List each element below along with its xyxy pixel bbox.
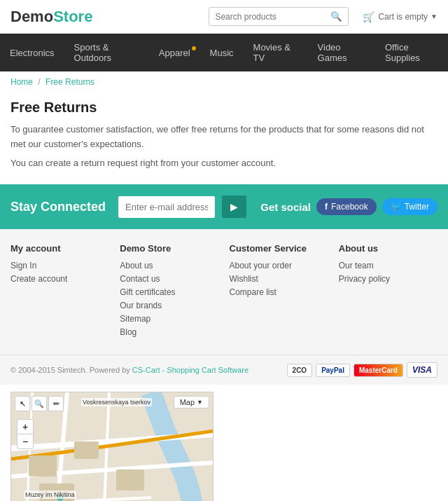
- map-toolbar: ↖ 🔍 ✏: [15, 396, 64, 411]
- map-label-text: Map: [180, 398, 195, 406]
- twitter-label: Twitter: [405, 202, 429, 212]
- search-bar: 🔍: [209, 7, 349, 26]
- cart-icon: 🛒: [363, 11, 374, 22]
- footer-link-about-order[interactable]: About your order: [230, 261, 328, 270]
- bottom-footer: © 2004-2015 Simtech. Powered by CS-Cart …: [0, 355, 448, 385]
- payment-badge-paypal: PayPal: [316, 364, 350, 377]
- map-label-button[interactable]: Map ▼: [174, 396, 209, 409]
- footer-col-customer-service-heading: Customer Service: [230, 243, 328, 254]
- nav-item-apparel[interactable]: Apparel: [149, 39, 200, 67]
- footer-link-about-us[interactable]: About us: [120, 261, 218, 270]
- search-icon: 🔍: [330, 11, 342, 22]
- footer-col-demo-store: Demo Store About us Contact us Gift cert…: [120, 243, 218, 341]
- cart-area[interactable]: 🛒 Cart is empty ▼: [363, 11, 438, 22]
- footer-col-customer-service: Customer Service About your order Wishli…: [230, 243, 328, 341]
- footer-link-our-team[interactable]: Our team: [339, 261, 438, 270]
- nav-item-office-supplies[interactable]: Office Supplies: [375, 34, 448, 71]
- search-button[interactable]: 🔍: [325, 8, 348, 25]
- newsletter-email-input[interactable]: [118, 196, 215, 218]
- map-tool-zoom-in-tool[interactable]: 🔍: [31, 396, 47, 411]
- logo[interactable]: Demo Store: [10, 8, 92, 26]
- main-content: Free Returns To guarantee customer satis…: [0, 92, 448, 184]
- page-title: Free Returns: [10, 99, 438, 116]
- newsletter-submit-button[interactable]: ▶: [222, 195, 246, 218]
- nav-item-movies[interactable]: Movies & TV: [244, 34, 308, 71]
- breadcrumb: Home / Free Returns: [0, 71, 448, 92]
- footer-link-compare-list[interactable]: Compare list: [230, 287, 328, 297]
- newsletter-section: Stay Connected ▶ Get social f Facebook 🐦…: [0, 184, 448, 229]
- search-input[interactable]: [209, 8, 325, 25]
- cart-dropdown-icon: ▼: [430, 13, 438, 20]
- footer-columns: My account Sign In Create account Demo S…: [0, 229, 448, 355]
- svg-rect-7: [29, 455, 57, 476]
- footer-col-my-account: My account Sign In Create account: [10, 243, 109, 341]
- map-zoom-controls: + −: [17, 419, 34, 449]
- footer-link-privacy-policy[interactable]: Privacy policy: [339, 274, 438, 284]
- nav-item-electronics[interactable]: Electronics: [0, 39, 64, 67]
- map-dropdown-icon: ▼: [197, 399, 203, 406]
- payment-badge-mastercard: MasterCard: [354, 364, 403, 377]
- nav-item-video-games[interactable]: Video Games: [308, 34, 375, 71]
- footer-col-about-us: About us Our team Privacy policy: [339, 243, 438, 341]
- map-zoom-in-button[interactable]: +: [18, 420, 33, 434]
- breadcrumb-current: Free Returns: [46, 77, 94, 87]
- logo-store: Store: [53, 8, 92, 26]
- footer-link-sign-in[interactable]: Sign In: [10, 261, 109, 270]
- map-wrapper: ↖ 🔍 ✏ Map ▼ + − Voskresenskaya tserkov M…: [0, 385, 448, 501]
- get-social-label: Get social: [260, 201, 311, 213]
- facebook-label: Facebook: [331, 202, 368, 212]
- page-body-line2: You can create a return request right fr…: [10, 156, 438, 171]
- footer-link-gift-certificates[interactable]: Gift certificates: [120, 287, 218, 297]
- cart-label: Cart is empty: [378, 12, 428, 22]
- nav-item-sports[interactable]: Sports & Outdoors: [64, 34, 149, 71]
- apparel-dot-icon: [192, 46, 196, 50]
- nav-item-music[interactable]: Music: [200, 39, 244, 67]
- footer-link-create-account[interactable]: Create account: [10, 274, 109, 284]
- map-container: ↖ 🔍 ✏ Map ▼ + − Voskresenskaya tserkov M…: [10, 392, 214, 501]
- facebook-icon: f: [325, 202, 328, 212]
- map-tool-draw[interactable]: ✏: [48, 396, 64, 411]
- map-place-muzey: Muzey im Nikitina: [24, 490, 76, 499]
- footer-link-contact-us[interactable]: Contact us: [120, 274, 218, 284]
- footer-col-demo-store-heading: Demo Store: [120, 243, 218, 254]
- page-body-line1: To guarantee customer satisfaction, we o…: [10, 123, 438, 152]
- payment-badge-2co: 2CO: [287, 364, 313, 377]
- map-zoom-out-button[interactable]: −: [18, 434, 33, 448]
- footer-col-my-account-heading: My account: [10, 243, 109, 254]
- footer-link-wishlist[interactable]: Wishlist: [230, 274, 328, 284]
- svg-rect-9: [116, 469, 144, 490]
- copyright-text: © 2004-2015 Simtech.: [10, 366, 88, 374]
- twitter-button[interactable]: 🐦 Twitter: [382, 198, 438, 215]
- footer-link-blog[interactable]: Blog: [120, 327, 218, 337]
- powered-by-text: Powered by: [90, 366, 132, 374]
- map-tool-cursor[interactable]: ↖: [15, 396, 30, 411]
- map-place-voskresenskaya: Voskresenskaya tserkov: [81, 398, 152, 406]
- payment-badge-visa: VISA: [407, 362, 438, 378]
- footer-col-about-us-heading: About us: [339, 243, 438, 254]
- main-nav: Electronics Sports & Outdoors Apparel Mu…: [0, 34, 448, 71]
- footer-link-sitemap[interactable]: Sitemap: [120, 314, 218, 324]
- payment-icons: 2CO PayPal MasterCard VISA: [287, 362, 438, 378]
- svg-rect-8: [74, 441, 99, 459]
- powered-by-link[interactable]: CS-Cart - Shopping Cart Software: [132, 366, 248, 374]
- footer-link-our-brands[interactable]: Our brands: [120, 301, 218, 310]
- get-social-area: Get social f Facebook 🐦 Twitter: [260, 198, 438, 215]
- newsletter-title: Stay Connected: [10, 200, 106, 214]
- copyright: © 2004-2015 Simtech. Powered by CS-Cart …: [10, 366, 248, 374]
- twitter-icon: 🐦: [391, 202, 401, 212]
- facebook-button[interactable]: f Facebook: [316, 198, 377, 215]
- logo-demo: Demo: [10, 8, 53, 26]
- breadcrumb-home[interactable]: Home: [10, 77, 33, 87]
- breadcrumb-separator: /: [38, 77, 40, 87]
